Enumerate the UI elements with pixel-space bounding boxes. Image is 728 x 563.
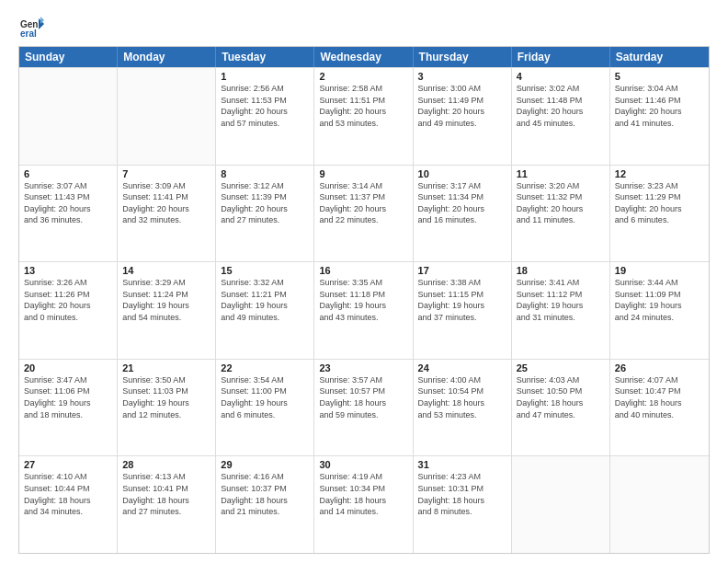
day-info: Sunrise: 3:20 AM Sunset: 11:32 PM Daylig…: [517, 180, 605, 226]
calendar-cell: 23Sunrise: 3:57 AM Sunset: 10:57 PM Dayl…: [314, 360, 413, 456]
header-cell-monday: Monday: [118, 47, 216, 67]
calendar-cell: 21Sunrise: 3:50 AM Sunset: 11:03 PM Dayl…: [118, 360, 216, 456]
calendar-cell: 1Sunrise: 2:56 AM Sunset: 11:53 PM Dayli…: [216, 68, 314, 165]
calendar-cell: 28Sunrise: 4:13 AM Sunset: 10:41 PM Dayl…: [118, 456, 216, 553]
header-cell-saturday: Saturday: [610, 47, 709, 67]
calendar-cell: 7Sunrise: 3:09 AM Sunset: 11:41 PM Dayli…: [118, 166, 216, 262]
day-number: 16: [319, 265, 407, 276]
day-number: 25: [517, 362, 605, 373]
calendar: SundayMondayTuesdayWednesdayThursdayFrid…: [18, 46, 710, 554]
calendar-cell: 30Sunrise: 4:19 AM Sunset: 10:34 PM Dayl…: [314, 456, 413, 553]
calendar-cell: 8Sunrise: 3:12 AM Sunset: 11:39 PM Dayli…: [216, 166, 314, 262]
header-cell-tuesday: Tuesday: [216, 47, 314, 67]
calendar-cell: 2Sunrise: 2:58 AM Sunset: 11:51 PM Dayli…: [314, 68, 413, 165]
day-info: Sunrise: 3:02 AM Sunset: 11:48 PM Daylig…: [517, 83, 605, 129]
page: Gen eral SundayMondayTuesdayWednesdayThu…: [0, 0, 728, 563]
logo-icon: Gen eral: [18, 15, 44, 40]
day-info: Sunrise: 4:19 AM Sunset: 10:34 PM Daylig…: [319, 471, 407, 517]
day-number: 21: [122, 362, 210, 373]
day-info: Sunrise: 3:12 AM Sunset: 11:39 PM Daylig…: [221, 180, 309, 226]
day-number: 20: [24, 362, 112, 373]
day-info: Sunrise: 3:57 AM Sunset: 10:57 PM Daylig…: [319, 374, 407, 420]
day-info: Sunrise: 3:09 AM Sunset: 11:41 PM Daylig…: [122, 180, 210, 226]
day-number: 3: [418, 71, 506, 82]
calendar-row-3: 13Sunrise: 3:26 AM Sunset: 11:26 PM Dayl…: [19, 261, 709, 359]
header-cell-friday: Friday: [512, 47, 610, 67]
day-number: 29: [221, 459, 309, 470]
day-number: 22: [221, 362, 309, 373]
calendar-cell: 5Sunrise: 3:04 AM Sunset: 11:46 PM Dayli…: [610, 68, 709, 165]
header-cell-wednesday: Wednesday: [314, 47, 413, 67]
calendar-cell: 9Sunrise: 3:14 AM Sunset: 11:37 PM Dayli…: [314, 166, 413, 262]
calendar-cell: 15Sunrise: 3:32 AM Sunset: 11:21 PM Dayl…: [216, 262, 314, 359]
day-info: Sunrise: 3:29 AM Sunset: 11:24 PM Daylig…: [122, 277, 210, 323]
calendar-row-2: 6Sunrise: 3:07 AM Sunset: 11:43 PM Dayli…: [19, 165, 709, 262]
header-cell-thursday: Thursday: [414, 47, 512, 67]
day-number: 4: [517, 71, 605, 82]
day-number: 1: [221, 71, 309, 82]
day-number: 31: [418, 459, 506, 470]
calendar-cell: 19Sunrise: 3:44 AM Sunset: 11:09 PM Dayl…: [610, 262, 709, 359]
calendar-cell: 14Sunrise: 3:29 AM Sunset: 11:24 PM Dayl…: [118, 262, 216, 359]
calendar-cell: 20Sunrise: 3:47 AM Sunset: 11:06 PM Dayl…: [19, 360, 118, 456]
day-number: 30: [319, 459, 407, 470]
day-info: Sunrise: 4:00 AM Sunset: 10:54 PM Daylig…: [418, 374, 506, 420]
calendar-cell: 13Sunrise: 3:26 AM Sunset: 11:26 PM Dayl…: [19, 262, 118, 359]
day-number: 28: [122, 459, 210, 470]
day-number: 17: [418, 265, 506, 276]
day-info: Sunrise: 3:04 AM Sunset: 11:46 PM Daylig…: [615, 83, 704, 129]
calendar-cell: 26Sunrise: 4:07 AM Sunset: 10:47 PM Dayl…: [610, 360, 709, 456]
calendar-header: SundayMondayTuesdayWednesdayThursdayFrid…: [19, 47, 709, 67]
day-number: 8: [221, 168, 309, 179]
svg-text:eral: eral: [20, 29, 37, 39]
calendar-cell: 10Sunrise: 3:17 AM Sunset: 11:34 PM Dayl…: [414, 166, 512, 262]
day-number: 14: [122, 265, 210, 276]
header-cell-sunday: Sunday: [19, 47, 118, 67]
day-info: Sunrise: 3:14 AM Sunset: 11:37 PM Daylig…: [319, 180, 407, 226]
day-number: 23: [319, 362, 407, 373]
calendar-cell: 18Sunrise: 3:41 AM Sunset: 11:12 PM Dayl…: [512, 262, 610, 359]
day-number: 18: [517, 265, 605, 276]
day-info: Sunrise: 3:50 AM Sunset: 11:03 PM Daylig…: [122, 374, 210, 420]
calendar-cell: 3Sunrise: 3:00 AM Sunset: 11:49 PM Dayli…: [414, 68, 512, 165]
day-info: Sunrise: 2:56 AM Sunset: 11:53 PM Daylig…: [221, 83, 309, 129]
day-number: 5: [615, 71, 704, 82]
day-info: Sunrise: 3:00 AM Sunset: 11:49 PM Daylig…: [418, 83, 506, 129]
calendar-cell: 22Sunrise: 3:54 AM Sunset: 11:00 PM Dayl…: [216, 360, 314, 456]
calendar-cell: 4Sunrise: 3:02 AM Sunset: 11:48 PM Dayli…: [512, 68, 610, 165]
calendar-row-5: 27Sunrise: 4:10 AM Sunset: 10:44 PM Dayl…: [19, 455, 709, 553]
day-info: Sunrise: 4:10 AM Sunset: 10:44 PM Daylig…: [24, 471, 112, 517]
day-number: 26: [615, 362, 704, 373]
day-number: 7: [122, 168, 210, 179]
day-info: Sunrise: 4:16 AM Sunset: 10:37 PM Daylig…: [221, 471, 309, 517]
calendar-cell: 6Sunrise: 3:07 AM Sunset: 11:43 PM Dayli…: [19, 166, 118, 262]
day-number: 24: [418, 362, 506, 373]
day-number: 11: [517, 168, 605, 179]
calendar-row-1: 1Sunrise: 2:56 AM Sunset: 11:53 PM Dayli…: [19, 67, 709, 165]
day-info: Sunrise: 3:54 AM Sunset: 11:00 PM Daylig…: [221, 374, 309, 420]
logo: Gen eral: [18, 15, 48, 40]
day-info: Sunrise: 3:32 AM Sunset: 11:21 PM Daylig…: [221, 277, 309, 323]
day-info: Sunrise: 3:35 AM Sunset: 11:18 PM Daylig…: [319, 277, 407, 323]
calendar-cell: 25Sunrise: 4:03 AM Sunset: 10:50 PM Dayl…: [512, 360, 610, 456]
calendar-cell: 11Sunrise: 3:20 AM Sunset: 11:32 PM Dayl…: [512, 166, 610, 262]
calendar-cell: 29Sunrise: 4:16 AM Sunset: 10:37 PM Dayl…: [216, 456, 314, 553]
day-info: Sunrise: 4:13 AM Sunset: 10:41 PM Daylig…: [122, 471, 210, 517]
calendar-cell: 24Sunrise: 4:00 AM Sunset: 10:54 PM Dayl…: [414, 360, 512, 456]
day-info: Sunrise: 3:07 AM Sunset: 11:43 PM Daylig…: [24, 180, 112, 226]
day-info: Sunrise: 3:44 AM Sunset: 11:09 PM Daylig…: [615, 277, 704, 323]
day-info: Sunrise: 3:47 AM Sunset: 11:06 PM Daylig…: [24, 374, 112, 420]
day-number: 10: [418, 168, 506, 179]
calendar-cell: 17Sunrise: 3:38 AM Sunset: 11:15 PM Dayl…: [414, 262, 512, 359]
calendar-cell: 27Sunrise: 4:10 AM Sunset: 10:44 PM Dayl…: [19, 456, 118, 553]
calendar-cell: 16Sunrise: 3:35 AM Sunset: 11:18 PM Dayl…: [314, 262, 413, 359]
day-info: Sunrise: 3:41 AM Sunset: 11:12 PM Daylig…: [517, 277, 605, 323]
day-number: 15: [221, 265, 309, 276]
day-info: Sunrise: 3:23 AM Sunset: 11:29 PM Daylig…: [615, 180, 704, 226]
day-info: Sunrise: 4:07 AM Sunset: 10:47 PM Daylig…: [615, 374, 704, 420]
calendar-cell: [118, 68, 216, 165]
calendar-cell: [610, 456, 709, 553]
day-info: Sunrise: 3:38 AM Sunset: 11:15 PM Daylig…: [418, 277, 506, 323]
day-info: Sunrise: 4:23 AM Sunset: 10:31 PM Daylig…: [418, 471, 506, 517]
day-info: Sunrise: 2:58 AM Sunset: 11:51 PM Daylig…: [319, 83, 407, 129]
